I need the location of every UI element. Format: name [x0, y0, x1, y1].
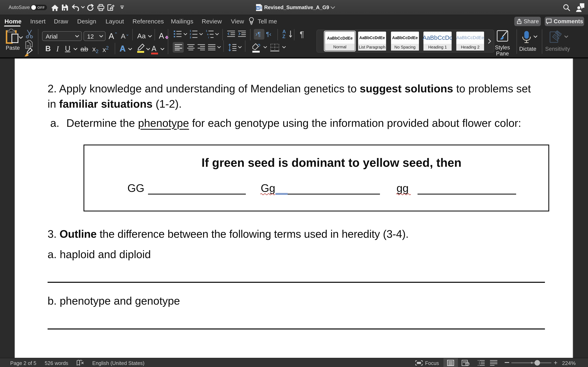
svg-text:W: W	[256, 7, 259, 10]
svg-text:1: 1	[190, 29, 191, 33]
svg-text:3: 3	[190, 36, 191, 39]
svg-text:a: a	[207, 33, 209, 36]
svg-text:1: 1	[206, 29, 207, 33]
svg-text:2: 2	[190, 33, 191, 36]
svg-text:i: i	[208, 36, 209, 39]
